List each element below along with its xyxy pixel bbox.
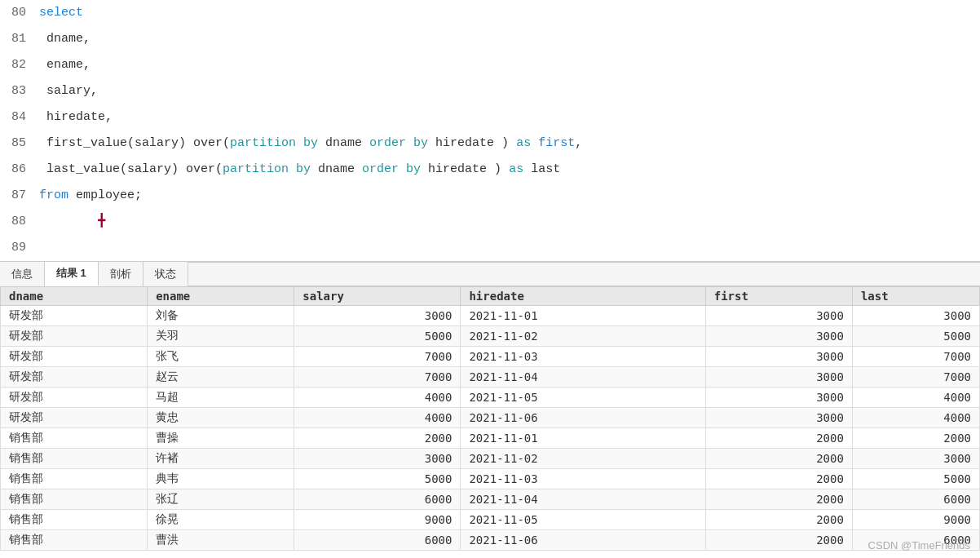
table-row: 销售部典韦50002021-11-0320005000	[1, 469, 980, 489]
table-row: 销售部曹操20002021-11-0120002000	[1, 428, 980, 449]
table-cell: 4000	[852, 388, 979, 408]
table-header: salary	[294, 287, 461, 306]
tab-item[interactable]: 结果 1	[45, 262, 99, 286]
table-cell: 研发部	[1, 388, 148, 408]
line-number: 80	[0, 0, 39, 26]
code-line: 81 dname,	[0, 26, 980, 52]
line-content: from employee;	[39, 183, 142, 209]
table-cell: 2021-11-04	[461, 489, 705, 510]
table-cell: 张飞	[148, 347, 294, 367]
table-cell: 马超	[148, 388, 294, 408]
table-row: 销售部徐晃90002021-11-0520009000	[1, 510, 980, 530]
watermark: CSDN @TimeFriends	[868, 539, 970, 551]
table-cell: 2021-11-05	[461, 388, 705, 408]
table-cell: 5000	[852, 326, 979, 347]
table-cell: 关羽	[148, 326, 294, 347]
table-cell: 2000	[705, 489, 852, 510]
code-line: 82 ename,	[0, 52, 980, 78]
line-number: 84	[0, 104, 39, 131]
table-row: 研发部刘备30002021-11-0130003000	[1, 306, 980, 326]
code-line: 84 hiredate,	[0, 104, 980, 131]
table-cell: 3000	[705, 388, 852, 408]
line-number: 89	[0, 235, 39, 261]
table-cell: 销售部	[1, 428, 148, 449]
table-cell: 2021-11-06	[461, 408, 705, 428]
line-number: 85	[0, 131, 39, 157]
table-header: ename	[148, 287, 294, 306]
table-cell: 典韦	[148, 469, 294, 489]
table-cell: 2000	[852, 428, 979, 449]
table-cell: 7000	[294, 367, 461, 388]
line-number: 81	[0, 26, 39, 52]
table-cell: 4000	[294, 388, 461, 408]
table-cell: 4000	[852, 408, 979, 428]
table-cell: 2021-11-04	[461, 367, 705, 388]
table-header: first	[705, 287, 852, 306]
table-cell: 黄忠	[148, 408, 294, 428]
table-cell: 2021-11-03	[461, 469, 705, 489]
table-row: 研发部张飞70002021-11-0330007000	[1, 347, 980, 367]
line-content: salary,	[39, 78, 98, 104]
table-cell: 6000	[294, 489, 461, 510]
table-cell: 7000	[852, 367, 979, 388]
table-cell: 销售部	[1, 449, 148, 469]
table-cell: 研发部	[1, 306, 148, 326]
table-cell: 7000	[294, 347, 461, 367]
table-cell: 销售部	[1, 469, 148, 489]
table-cell: 2000	[705, 510, 852, 530]
table-cell: 2000	[705, 449, 852, 469]
tab-item[interactable]: 信息	[0, 262, 45, 286]
table-cell: 徐晃	[148, 510, 294, 530]
line-number: 87	[0, 183, 39, 209]
table-cell: 4000	[294, 408, 461, 428]
table-header: hiredate	[461, 287, 705, 306]
table-cell: 张辽	[148, 489, 294, 510]
line-content: ╋	[39, 209, 105, 235]
table-cell: 2000	[705, 530, 852, 551]
table-cell: 5000	[852, 469, 979, 489]
tab-item[interactable]: 剖析	[99, 262, 143, 286]
line-content: select	[39, 0, 83, 26]
tabs-bar: 信息结果 1剖析状态	[0, 262, 980, 286]
line-number: 86	[0, 157, 39, 183]
table-cell: 2021-11-03	[461, 347, 705, 367]
table-cell: 2000	[294, 428, 461, 449]
code-line: 88 ╋	[0, 209, 980, 235]
table-cell: 研发部	[1, 326, 148, 347]
table-row: 研发部关羽50002021-11-0230005000	[1, 326, 980, 347]
table-cell: 6000	[852, 489, 979, 510]
table-row: 销售部许褚30002021-11-0220003000	[1, 449, 980, 469]
line-number: 88	[0, 209, 39, 235]
table-cell: 许褚	[148, 449, 294, 469]
code-line: 87from employee;	[0, 183, 980, 209]
table-container[interactable]: dnameenamesalaryhiredatefirstlast研发部刘备30…	[0, 286, 980, 551]
table-cell: 3000	[294, 449, 461, 469]
table-cell: 9000	[852, 510, 979, 530]
table-row: 销售部曹洪60002021-11-0620006000	[1, 530, 980, 551]
line-content: dname,	[39, 26, 90, 52]
table-cell: 5000	[294, 469, 461, 489]
table-row: 研发部马超40002021-11-0530004000	[1, 388, 980, 408]
code-line: 83 salary,	[0, 78, 980, 104]
tab-item[interactable]: 状态	[143, 262, 188, 286]
table-cell: 2021-11-05	[461, 510, 705, 530]
table-cell: 赵云	[148, 367, 294, 388]
table-cell: 2021-11-02	[461, 326, 705, 347]
table-cell: 研发部	[1, 347, 148, 367]
table-cell: 5000	[294, 326, 461, 347]
table-cell: 3000	[852, 306, 979, 326]
table-header: dname	[1, 287, 148, 306]
table-cell: 3000	[294, 306, 461, 326]
table-cell: 3000	[705, 347, 852, 367]
line-content: ename,	[39, 52, 90, 78]
table-cell: 6000	[294, 530, 461, 551]
table-cell: 3000	[705, 326, 852, 347]
table-cell: 2021-11-01	[461, 306, 705, 326]
line-number: 83	[0, 78, 39, 104]
result-table: dnameenamesalaryhiredatefirstlast研发部刘备30…	[0, 286, 980, 551]
table-cell: 曹洪	[148, 530, 294, 551]
table-cell: 研发部	[1, 408, 148, 428]
table-cell: 3000	[705, 306, 852, 326]
table-cell: 销售部	[1, 510, 148, 530]
table-cell: 曹操	[148, 428, 294, 449]
